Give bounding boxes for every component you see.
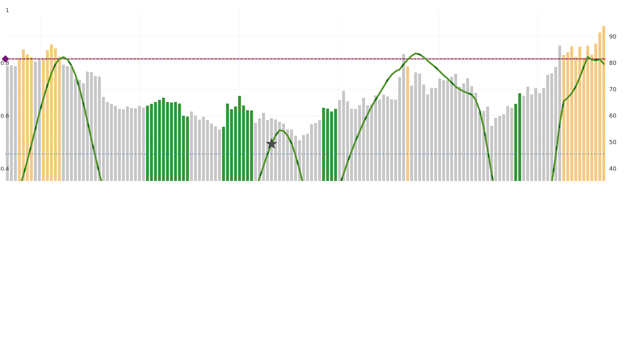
- close-price-bar: [310, 124, 313, 181]
- close-price-bar: [418, 74, 421, 181]
- close-price-bar: [318, 120, 321, 181]
- close-price-bar: [450, 77, 453, 181]
- accumulation-bar: [162, 98, 165, 181]
- close-price-bar: [194, 116, 197, 181]
- close-price-bar: [258, 118, 261, 181]
- close-price-bar: [134, 108, 137, 181]
- close-price-bar: [446, 80, 449, 181]
- accumulation-bar: [238, 96, 241, 181]
- dtl-breached-bar: [18, 58, 21, 181]
- accumulation-bar: [170, 103, 173, 181]
- close-price-bar: [274, 119, 277, 181]
- right-axis-label: 60: [609, 112, 616, 119]
- accumulation-bar: [154, 102, 157, 181]
- right-axis-label: 90: [609, 33, 616, 40]
- dtl-breached-bar: [598, 32, 601, 181]
- accumulation-bar: [234, 106, 237, 181]
- accumulation-bar: [246, 110, 249, 181]
- dtl-breached-bar: [566, 52, 569, 181]
- close-price-bar: [202, 117, 205, 181]
- close-price-bar: [370, 104, 373, 181]
- accumulation-bar: [230, 109, 233, 181]
- close-price-bar: [362, 98, 365, 181]
- close-price-bar: [206, 120, 209, 181]
- close-price-bar: [130, 108, 133, 181]
- accumulation-bar: [518, 93, 521, 181]
- close-price-bar: [90, 72, 93, 181]
- close-price-bar: [422, 84, 425, 181]
- close-price-bar: [526, 87, 529, 181]
- right-axis-label: 70: [609, 86, 616, 93]
- close-price-bar: [302, 135, 305, 181]
- close-price-bar: [70, 67, 73, 181]
- close-price-bar: [110, 104, 113, 181]
- close-price-bar: [398, 77, 401, 181]
- dtl-breached-bar: [58, 57, 61, 181]
- close-price-bar: [314, 123, 317, 181]
- close-price-bar: [382, 94, 385, 181]
- close-price-bar: [434, 88, 437, 181]
- accumulation-bar: [242, 105, 245, 181]
- accumulation-bar: [178, 104, 181, 181]
- price-momentum-chart: Jan 2023Jul 2023Jan 2024Jul 2024Jan 2025…: [0, 0, 644, 181]
- dtl-breached-bar: [586, 46, 589, 181]
- close-price-bar: [378, 99, 381, 181]
- left-axis-label: 0.6: [0, 113, 9, 119]
- close-price-bar: [502, 114, 505, 181]
- close-price-bar: [102, 97, 105, 181]
- close-price-bar: [462, 83, 465, 181]
- close-price-bar: [254, 123, 257, 181]
- close-price-bar: [478, 111, 481, 181]
- left-axis-label: 0.4: [0, 166, 9, 172]
- close-price-bar: [66, 66, 69, 181]
- close-price-bar: [414, 72, 417, 181]
- accumulation-bar: [250, 110, 253, 181]
- dtl-breached-bar: [574, 57, 577, 181]
- close-price-bar: [494, 118, 497, 181]
- close-price-bar: [498, 116, 501, 181]
- chart-canvas: Jan 2023Jul 2023Jan 2024Jul 2024Jan 2025…: [0, 0, 644, 181]
- dtl-breached-bar: [602, 26, 605, 181]
- close-price-bar: [386, 96, 389, 181]
- close-price-bar: [534, 88, 537, 181]
- close-price-bar: [306, 134, 309, 181]
- close-price-bar: [126, 106, 129, 181]
- accumulation-bar: [182, 116, 185, 181]
- close-price-bar: [426, 94, 429, 181]
- accumulation-bar: [174, 102, 177, 181]
- close-price-bar: [506, 106, 509, 181]
- close-price-bar: [210, 124, 213, 181]
- close-price-bar: [74, 79, 77, 181]
- close-price-bar: [394, 99, 397, 181]
- dtl-breached-bar: [594, 43, 597, 181]
- accumulation-bar: [322, 108, 325, 181]
- close-price-bar: [546, 75, 549, 181]
- close-price-bar: [346, 101, 349, 181]
- dtl-breached-bar: [590, 55, 593, 181]
- close-price-bar: [138, 106, 141, 181]
- close-price-bar: [118, 109, 121, 181]
- close-price-bar: [350, 109, 353, 181]
- close-price-bar: [94, 76, 97, 181]
- close-price-bar: [530, 94, 533, 181]
- close-price-bar: [290, 129, 293, 181]
- close-price-bar: [410, 86, 413, 181]
- close-price-bar: [270, 118, 273, 181]
- dtl-breached-bar: [22, 49, 25, 181]
- close-price-bar: [190, 111, 193, 181]
- close-price-bar: [106, 102, 109, 181]
- dtl-breached-bar: [30, 57, 33, 181]
- close-price-bar: [6, 66, 9, 181]
- right-axis-label: 40: [609, 165, 616, 172]
- accumulation-bar: [166, 102, 169, 181]
- close-price-bar: [14, 66, 17, 181]
- dtl-breached-bar: [42, 59, 45, 181]
- accumulation-bar: [158, 100, 161, 181]
- dtl-breached-bar: [578, 47, 581, 181]
- dtl-breached-bar: [582, 58, 585, 181]
- accumulation-bar: [334, 109, 337, 181]
- close-price-bar: [438, 78, 441, 181]
- right-axis-label: 80: [609, 59, 616, 66]
- close-price-bar: [122, 109, 125, 181]
- accumulation-bar: [186, 116, 189, 181]
